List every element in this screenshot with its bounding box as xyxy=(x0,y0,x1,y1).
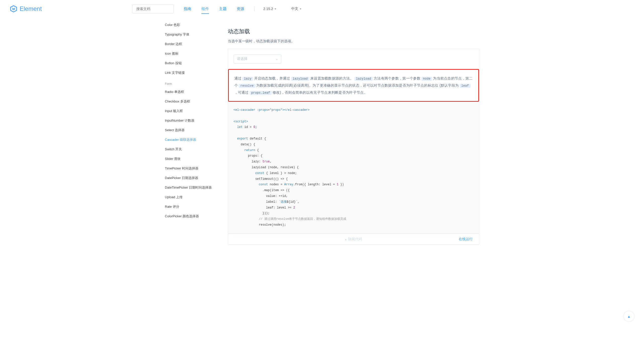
explain-box: 通过 lazy 开启动态加载，并通过 lazyload 来设置加载数据源的方法。… xyxy=(228,69,479,102)
sidebar-item[interactable]: Rate 评分 xyxy=(165,202,225,212)
sidebar-item[interactable]: Slider 滑块 xyxy=(165,154,225,164)
nav-theme[interactable]: 主题 xyxy=(214,0,232,18)
language-text: 中文 xyxy=(291,7,298,11)
demo-area: 请选择 ⌄ xyxy=(228,49,479,69)
sidebar-item[interactable]: Color 色彩 xyxy=(165,20,225,30)
code-block: <el-cascader :props="props"></el-cascade… xyxy=(228,102,479,233)
section-desc: 当选中某一级时，动态加载该级下的选项。 xyxy=(228,39,479,44)
top-nav: 指南 组件 主题 资源 xyxy=(179,0,249,18)
sidebar-item[interactable]: Button 按钮 xyxy=(165,58,225,68)
sidebar-item[interactable]: Border 边框 xyxy=(165,39,225,49)
main-content: 动态加载 当选中某一级时，动态加载该级下的选项。 请选择 ⌄ 通过 lazy 开… xyxy=(225,18,479,252)
hide-code-button[interactable]: ▴ 隐藏代码 xyxy=(228,237,479,241)
code-inline: node xyxy=(421,77,432,81)
header: Element 指南 组件 主题 资源 2.15.2 ▾ 中文 ▾ xyxy=(0,0,644,18)
code-inline: lazyload xyxy=(355,77,373,81)
sidebar-item[interactable]: Input 输入框 xyxy=(165,106,225,116)
sidebar-item[interactable]: DateTimePicker 日期时间选择器 xyxy=(165,183,225,192)
sidebar-group-form: Form xyxy=(165,78,225,87)
chevron-down-icon: ⌄ xyxy=(276,57,278,61)
nav-guide[interactable]: 指南 xyxy=(179,0,196,18)
logo-text: Element xyxy=(20,5,42,12)
sidebar-item[interactable]: DatePicker 日期选择器 xyxy=(165,173,225,183)
sidebar-item[interactable]: Link 文字链接 xyxy=(165,68,225,78)
online-run-button[interactable]: 在线运行 xyxy=(458,237,479,241)
search-input[interactable] xyxy=(132,4,174,13)
chevron-down-icon: ▾ xyxy=(275,7,276,11)
chevron-down-icon: ▾ xyxy=(300,7,301,11)
sidebar-item[interactable]: Icon 图标 xyxy=(165,49,225,58)
sidebar-item-cascader[interactable]: Cascader 级联选择器 xyxy=(165,135,225,145)
divider xyxy=(254,6,254,11)
code-toolbar: ▴ 隐藏代码 在线运行 xyxy=(228,234,479,245)
code-inline: leaf xyxy=(460,84,470,88)
sidebar-item[interactable]: ColorPicker 颜色选择器 xyxy=(165,212,225,221)
sidebar-item[interactable]: InputNumber 计数器 xyxy=(165,116,225,125)
cascader-placeholder: 请选择 xyxy=(237,57,247,61)
version-text: 2.15.2 xyxy=(263,7,273,11)
caret-up-icon: ▴ xyxy=(345,237,347,241)
demo-box: 请选择 ⌄ 通过 lazy 开启动态加载，并通过 lazyload 来设置加载数… xyxy=(228,49,479,234)
logo-icon xyxy=(10,5,17,12)
sidebar-item[interactable]: Upload 上传 xyxy=(165,192,225,202)
code-inline: lazyload xyxy=(291,77,309,81)
language-select[interactable]: 中文 ▾ xyxy=(287,7,305,11)
sidebar-item[interactable]: Radio 单选框 xyxy=(165,87,225,97)
version-select[interactable]: 2.15.2 ▾ xyxy=(260,7,280,11)
sidebar-item[interactable]: TimePicker 时间选择器 xyxy=(165,164,225,173)
search-field[interactable] xyxy=(132,4,174,13)
sidebar-item[interactable]: Checkbox 多选框 xyxy=(165,97,225,106)
sidebar-item[interactable]: Switch 开关 xyxy=(165,145,225,154)
sidebar-item[interactable]: Typography 字体 xyxy=(165,30,225,39)
hide-code-label: 隐藏代码 xyxy=(348,237,362,241)
code-inline: props.leaf xyxy=(250,91,272,95)
nav-resource[interactable]: 资源 xyxy=(232,0,249,18)
section-title: 动态加载 xyxy=(228,28,479,35)
code-inline: resolve xyxy=(239,84,255,88)
sidebar-item[interactable]: Select 选择器 xyxy=(165,125,225,135)
sidebar: Color 色彩 Typography 字体 Border 边框 Icon 图标… xyxy=(165,18,225,252)
code-inline: lazy xyxy=(242,77,253,81)
nav-component[interactable]: 组件 xyxy=(196,0,214,18)
cascader-input[interactable]: 请选择 ⌄ xyxy=(234,54,281,63)
logo[interactable]: Element xyxy=(10,5,42,12)
